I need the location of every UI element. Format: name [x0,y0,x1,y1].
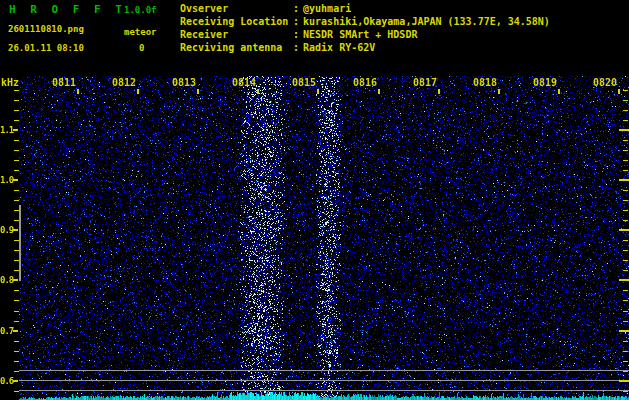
y-axis-minor-tick [14,391,19,392]
y-axis-minor-tick [14,351,19,352]
y-axis-minor-tick [14,170,19,171]
info-row: Receiving Location:kurashiki,Okayama,JAP… [180,15,550,28]
y-axis-minor-tick-right [623,321,628,322]
info-row-separator: : [293,3,299,14]
y-axis-minor-tick-right [623,341,628,342]
y-axis-major-tick [13,229,18,231]
hrofft-output-image: H R O F F T 1.0.0f 2601110810.png meteor… [0,0,629,400]
y-axis-minor-tick [14,140,19,141]
info-row: Ovserver:@yuhmari [180,2,550,15]
meteor-count-value: 0 [139,43,144,53]
x-axis-time-label: 0816 [351,77,379,88]
y-axis-minor-tick-right [623,140,628,141]
info-row-value: @yuhmari [303,3,351,14]
y-axis-minor-tick [14,100,19,101]
y-axis-major-tick-right [619,229,629,231]
output-filename: 2601110810.png [8,24,84,34]
y-axis-minor-tick-right [623,260,628,261]
y-axis-minor-tick [14,250,19,251]
y-axis-minor-tick-right [623,110,628,111]
y-axis-major-tick [13,380,18,382]
observer-info-block: Ovserver:@yuhmariReceiving Location:kura… [180,2,550,54]
y-axis-minor-tick-right [623,210,628,211]
y-axis-label: 0.7 [0,326,14,336]
y-axis-minor-tick-right [623,361,628,362]
y-axis-minor-tick-right [623,100,628,101]
app-title: H R O F F T [9,3,126,16]
y-axis-minor-tick-right [623,200,628,201]
spectrogram-canvas [19,76,629,400]
y-axis-minor-tick-right [623,311,628,312]
y-axis-major-tick [13,129,18,131]
meteor-counting-band-marker [19,205,21,281]
y-axis-minor-tick [14,160,19,161]
y-axis-minor-tick [14,290,19,291]
x-axis-tick [438,89,440,94]
info-row-label: Recviving antenna [180,41,293,54]
info-row-separator: : [293,16,299,27]
y-axis-minor-tick-right [623,170,628,171]
observation-datetime: 26.01.11 08:10 [8,43,84,53]
x-axis-tick [558,89,560,94]
info-row-label: Ovserver [180,2,293,15]
y-axis-minor-tick-right [623,240,628,241]
y-axis-minor-tick [14,90,19,91]
y-axis-minor-tick-right [623,250,628,251]
y-axis-minor-tick-right [623,190,628,191]
x-axis-time-label: 0815 [290,77,318,88]
y-axis-major-tick-right [619,129,629,131]
y-axis-major-tick-right [619,380,629,382]
x-axis-tick [317,89,319,94]
y-axis-minor-tick [14,270,19,271]
info-row-label: Receiving Location [180,15,293,28]
info-row-value: NESDR SMArt + HDSDR [303,29,417,40]
x-axis-time-label: 0811 [50,77,78,88]
y-axis-minor-tick [14,120,19,121]
y-axis-minor-tick [14,260,19,261]
y-axis-major-tick [13,279,18,281]
y-axis-minor-tick [14,321,19,322]
x-axis-tick [378,89,380,94]
y-axis-label: 0.9 [0,225,14,235]
x-axis-tick [77,89,79,94]
y-axis-minor-tick [14,110,19,111]
info-row-value: Radix RY-62V [303,42,375,53]
y-axis-minor-tick-right [623,351,628,352]
y-axis-minor-tick-right [623,120,628,121]
x-axis-tick [498,89,500,94]
y-axis-minor-tick [14,341,19,342]
x-axis-time-label: 0812 [110,77,138,88]
info-row-value: kurashiki,Okayama,JAPAN (133.77E, 34.58N… [303,16,550,27]
y-axis-major-tick-right [619,330,629,332]
y-axis-minor-tick [14,190,19,191]
x-axis-time-label: 0817 [411,77,439,88]
y-axis-minor-tick [14,210,19,211]
y-axis-minor-tick-right [623,160,628,161]
meteor-count-label: meteor [124,27,157,37]
y-axis-label: 0.6 [0,376,14,386]
y-axis-minor-tick-right [623,270,628,271]
x-axis-tick [197,89,199,94]
info-row-label: Receiver [180,28,293,41]
info-row-separator: : [293,29,299,40]
y-axis-major-tick-right [619,179,629,181]
y-axis-minor-tick [14,240,19,241]
y-axis-minor-tick [14,361,19,362]
y-axis-minor-tick [14,371,19,372]
y-axis-minor-tick [14,200,19,201]
y-axis-minor-tick [14,150,19,151]
y-axis-minor-tick-right [623,290,628,291]
y-axis-label: 1.0 [0,175,14,185]
y-axis-minor-tick-right [623,150,628,151]
y-axis-major-tick [13,330,18,332]
x-axis-tick [137,89,139,94]
y-axis-major-tick-right [619,279,629,281]
y-axis-minor-tick-right [623,220,628,221]
info-row-separator: : [293,42,299,53]
x-axis-time-label: 0814 [230,77,258,88]
y-axis-minor-tick [14,300,19,301]
info-row: Recviving antenna:Radix RY-62V [180,41,550,54]
y-axis-major-tick [13,179,18,181]
y-axis-label: 0.8 [0,275,14,285]
y-axis-minor-tick [14,311,19,312]
